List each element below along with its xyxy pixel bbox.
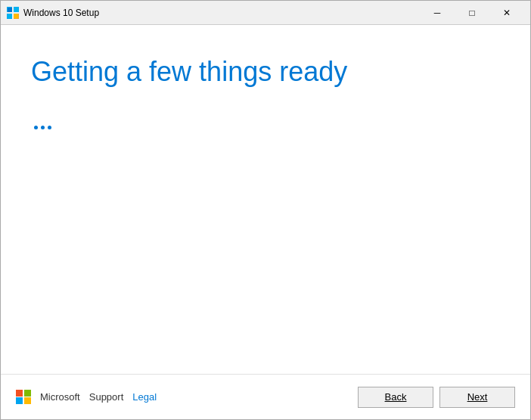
legal-link[interactable]: Legal (132, 391, 157, 403)
logo-quad-yellow (24, 397, 31, 404)
svg-rect-7 (14, 14, 18, 18)
page-heading: Getting a few things ready (31, 55, 500, 88)
microsoft-brand: Microsoft (40, 391, 80, 403)
logo-quad-red (16, 390, 23, 397)
back-button[interactable]: Back (358, 387, 433, 408)
window-title: Windows 10 Setup (23, 8, 420, 18)
microsoft-logo (16, 390, 31, 405)
next-label: Next (467, 391, 488, 403)
main-content: Getting a few things ready (1, 25, 530, 374)
minimize-button[interactable]: ─ (420, 1, 455, 25)
app-icon (7, 7, 19, 19)
window-controls: ─ □ ✕ (420, 1, 524, 25)
logo-quad-green (24, 390, 31, 397)
back-label: Back (385, 391, 407, 403)
content-spacer (31, 129, 500, 359)
next-button[interactable]: Next (439, 387, 515, 408)
app-window: Windows 10 Setup ─ □ ✕ Getting a few thi… (0, 0, 531, 420)
titlebar: Windows 10 Setup ─ □ ✕ (1, 1, 530, 25)
svg-rect-6 (8, 14, 12, 18)
svg-rect-5 (14, 8, 18, 12)
logo-quad-blue (16, 397, 23, 404)
close-button[interactable]: ✕ (489, 1, 524, 25)
footer: Microsoft Support Legal Back Next (1, 374, 530, 419)
maximize-button[interactable]: □ (455, 1, 489, 25)
footer-left: Microsoft Support Legal (16, 390, 157, 405)
svg-rect-4 (8, 8, 12, 12)
support-link[interactable]: Support (89, 391, 124, 403)
footer-buttons: Back Next (358, 387, 515, 408)
